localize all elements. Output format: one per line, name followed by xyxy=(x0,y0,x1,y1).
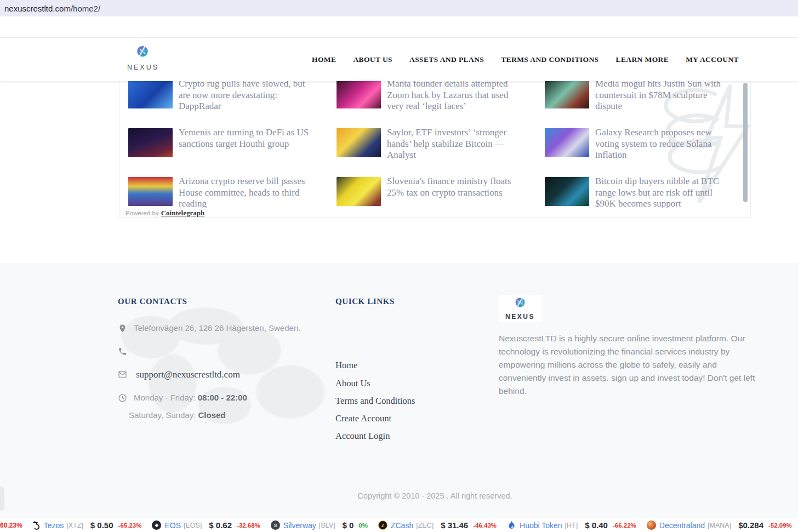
hours-row: Monday - Friday: 08:00 - 22:00 xyxy=(118,393,247,403)
news-thumbnail[interactable] xyxy=(545,128,589,157)
news-item[interactable]: Manta founder details attempted Zoom hac… xyxy=(337,78,536,112)
coin-change: -66.22% xyxy=(613,522,636,529)
cointelegraph-link[interactable]: Cointelegraph xyxy=(161,209,204,218)
news-headline[interactable]: Yemenis are turning to DeFi as US sancti… xyxy=(179,127,317,150)
tezos-icon xyxy=(31,520,41,530)
nav-item-home[interactable]: HOME xyxy=(312,55,336,64)
site-logo[interactable]: NEXUS xyxy=(127,44,158,71)
coin-change: -32.68% xyxy=(237,522,260,529)
quick-link-create-account[interactable]: Create Account xyxy=(335,413,391,424)
envelope-icon xyxy=(118,370,127,379)
news-thumbnail[interactable] xyxy=(337,128,381,157)
main-nav: HOME ABOUT US ASSETS AND PLANS TERMS AND… xyxy=(312,38,739,82)
ticker-partial-change: 60.23% xyxy=(0,522,22,529)
news-thumbnail[interactable] xyxy=(337,177,381,206)
quick-link-account-login[interactable]: Account Login xyxy=(335,431,390,442)
news-headline[interactable]: Galaxy Research proposes new voting syst… xyxy=(595,127,733,161)
ticker-coin-tezos[interactable]: Tezos [XTZ] $ 0.50 -65.23% xyxy=(31,520,142,530)
crypto-price-ticker: 60.23% Tezos [XTZ] $ 0.50 -65.23% ◈ EOS … xyxy=(0,518,798,532)
quick-link-terms[interactable]: Terms and Conditions xyxy=(335,396,415,407)
coin-price: $ 0.50 xyxy=(90,520,113,530)
nav-item-about-us[interactable]: ABOUT US xyxy=(353,55,392,64)
coin-change: -65.23% xyxy=(118,522,142,529)
huobi-icon xyxy=(507,520,516,530)
eos-icon: ◈ xyxy=(152,520,161,530)
address-text: Telefonvägen 26, 126 26 Hägersten, Swede… xyxy=(134,323,300,333)
coin-price: $0.284 xyxy=(738,520,763,530)
footer-contacts: OUR CONTACTS Telefonvägen 26, 126 26 Häg… xyxy=(118,297,337,306)
url-path: /home2/ xyxy=(71,4,100,13)
footer: OUR CONTACTS Telefonvägen 26, 126 26 Häg… xyxy=(0,263,798,518)
zcash-icon: Z xyxy=(378,520,387,530)
phone-row xyxy=(118,346,134,356)
coin-price: $ 0 xyxy=(342,520,354,530)
contacts-heading: OUR CONTACTS xyxy=(118,297,337,306)
email-row: support@nexuscrestltd.com xyxy=(118,369,240,380)
clock-icon xyxy=(118,393,127,403)
news-scrollbar-thumb[interactable] xyxy=(743,83,748,202)
news-headline[interactable]: Manta founder details attempted Zoom hac… xyxy=(387,78,525,112)
ticker-coin-decentraland[interactable]: Decentraland [MANA] $0.284 -52.09% xyxy=(647,520,792,530)
quick-link-home[interactable]: Home xyxy=(335,360,357,371)
weekend-value: Closed xyxy=(198,410,225,420)
quick-link-about-us[interactable]: About Us xyxy=(335,378,371,389)
news-item[interactable]: Bitcoin dip buyers nibble at BTC range l… xyxy=(545,176,744,210)
coin-price: $ 0.62 xyxy=(209,520,232,530)
silverway-icon: S xyxy=(271,520,280,530)
news-item[interactable]: Arizona crypto reserve bill passes House… xyxy=(128,176,328,210)
coin-change: -46.43% xyxy=(473,522,497,529)
ticker-coin-eos[interactable]: ◈ EOS [EOS] $ 0.62 -32.68% xyxy=(152,520,260,530)
logo-wordmark: NEXUS xyxy=(127,64,158,71)
ticker-coin-silverway[interactable]: S Silverway [SLV] $ 0 0% xyxy=(271,520,368,530)
news-item[interactable]: Slovenia's finance ministry floats 25% t… xyxy=(337,176,536,198)
nav-item-assets-and-plans[interactable]: ASSETS AND PLANS xyxy=(409,55,484,64)
footer-logo: NEXUS xyxy=(499,295,542,322)
address-row: Telefonvägen 26, 126 26 Hägersten, Swede… xyxy=(118,323,300,333)
edge-widget-tab[interactable] xyxy=(0,487,4,511)
footer-about: NEXUS NexuscrestLTD is a highly secure o… xyxy=(499,295,756,398)
nexus-logo-icon xyxy=(134,44,151,61)
news-item[interactable]: Yemenis are turning to DeFi as US sancti… xyxy=(128,127,328,150)
nav-item-my-account[interactable]: MY ACCOUNT xyxy=(686,55,739,64)
news-thumbnail[interactable] xyxy=(128,177,173,206)
nav-item-learn-more[interactable]: LEARN MORE xyxy=(615,55,669,64)
news-headline[interactable]: Bitcoin dip buyers nibble at BTC range l… xyxy=(595,176,733,210)
hours-label: Monday - Friday: 08:00 - 22:00 xyxy=(134,393,247,402)
coin-price: $ 0.40 xyxy=(585,520,608,530)
footer-description: NexuscrestLTD is a highly secure online … xyxy=(499,332,756,398)
news-thumbnail[interactable] xyxy=(337,79,381,108)
support-email-link[interactable]: support@nexuscrestltd.com xyxy=(136,369,240,380)
news-headline[interactable]: Slovenia's finance ministry floats 25% t… xyxy=(387,176,525,198)
powered-by-label: Powered by xyxy=(126,210,159,216)
map-pin-icon xyxy=(118,324,127,333)
news-item[interactable]: Media mogul hits Justin Sun with counter… xyxy=(545,78,744,112)
powered-by-bar: Powered by Cointelegraph xyxy=(119,208,750,218)
quick-links-heading: QUICK LINKS xyxy=(335,297,456,306)
news-item[interactable]: Crypto rug pulls have slowed, but are no… xyxy=(128,78,328,112)
page: nexuscrestltd.com/home2/ NEXUS HOME ABOU… xyxy=(0,0,798,532)
nexus-logo-icon xyxy=(513,296,527,311)
footer-quick-links: QUICK LINKS Home About Us Terms and Cond… xyxy=(335,297,456,306)
news-thumbnail[interactable] xyxy=(545,79,589,108)
news-headline[interactable]: Crypto rug pulls have slowed, but are no… xyxy=(179,78,317,112)
phone-icon xyxy=(118,347,127,356)
news-headline[interactable]: Media mogul hits Justin Sun with counter… xyxy=(595,78,733,112)
news-thumbnail[interactable] xyxy=(545,177,589,206)
coin-change: -52.09% xyxy=(768,522,792,529)
nav-item-terms-and-conditions[interactable]: TERMS AND CONDITIONS xyxy=(501,55,598,64)
browser-url-bar[interactable]: nexuscrestltd.com/home2/ xyxy=(0,0,798,16)
site-header: NEXUS HOME ABOUT US ASSETS AND PLANS TER… xyxy=(0,37,798,81)
news-item[interactable]: Galaxy Research proposes new voting syst… xyxy=(545,127,744,161)
coin-change: 0% xyxy=(358,522,368,529)
news-item[interactable]: Saylor, ETF investors’ ‘stronger hands’ … xyxy=(337,127,536,161)
ticker-coin-huobi[interactable]: Huobi Token [HT] $ 0.40 -66.22% xyxy=(507,520,636,530)
news-headline[interactable]: Arizona crypto reserve bill passes House… xyxy=(179,176,317,210)
news-thumbnail[interactable] xyxy=(128,79,173,108)
weekend-row: Saturday, Sunday: Closed xyxy=(129,410,226,420)
hours-value: 08:00 - 22:00 xyxy=(198,393,247,402)
news-thumbnail[interactable] xyxy=(128,128,173,157)
ticker-coin-zcash[interactable]: Z ZCash [ZEC] $ 31.46 -46.43% xyxy=(378,520,497,530)
footer-logo-wordmark: NEXUS xyxy=(499,313,542,321)
news-headline[interactable]: Saylor, ETF investors’ ‘stronger hands’ … xyxy=(387,127,525,161)
copyright-text: Copyright © 2010 - 2025 . All right rese… xyxy=(119,491,751,500)
